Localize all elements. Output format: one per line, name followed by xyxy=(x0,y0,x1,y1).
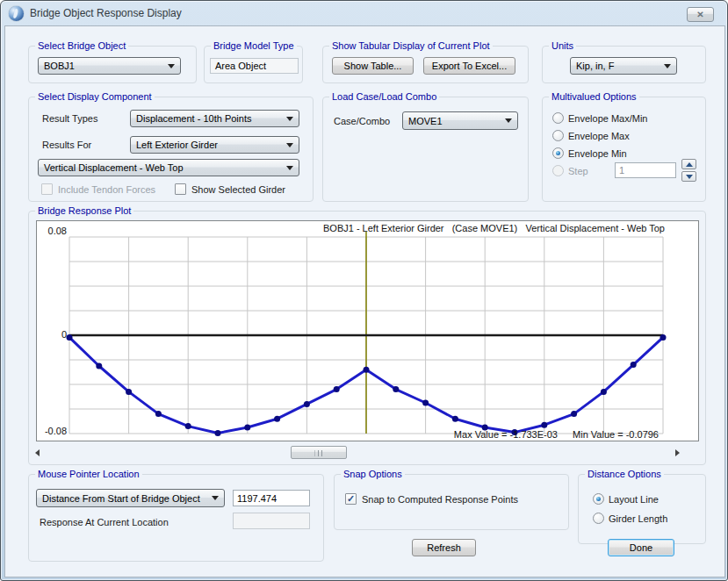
group-mouse-pointer-location: Mouse Pointer Location Distance From Sta… xyxy=(28,474,324,562)
component-combo-value: Vertical Displacement - Web Top xyxy=(44,162,184,173)
radio-step-label: Step xyxy=(568,166,588,176)
group-tabular-display: Show Tabular Display of Current Plot Sho… xyxy=(322,46,529,83)
chevron-down-icon xyxy=(664,64,671,68)
show-table-button[interactable]: Show Table... xyxy=(332,57,414,75)
group-load-case: Load Case/Load Combo Case/Combo MOVE1 xyxy=(322,97,529,202)
pointer-mode-combo-value: Distance From Start of Bridge Object xyxy=(42,493,200,504)
response-at-location-value xyxy=(233,513,310,529)
chevron-down-icon xyxy=(212,496,219,500)
snap-checkbox-label: Snap to Computed Response Points xyxy=(362,494,518,505)
units-combo[interactable]: Kip, in, F xyxy=(570,57,677,75)
group-label: Show Tabular Display of Current Plot xyxy=(329,40,493,51)
group-label: Snap Options xyxy=(341,469,405,479)
group-label: Load Case/Load Combo xyxy=(329,91,439,102)
pointer-mode-combo[interactable]: Distance From Start of Bridge Object xyxy=(36,489,225,507)
plot-title: BOBJ1 - Left Exterior Girder (Case MOVE1… xyxy=(37,223,665,233)
case-combo-value: MOVE1 xyxy=(408,116,443,126)
radio-girder-length[interactable] xyxy=(593,513,604,524)
y-tick-bottom: -0.08 xyxy=(37,426,67,436)
radio-envelope-min[interactable] xyxy=(552,147,564,159)
results-for-combo[interactable]: Left Exterior Girder xyxy=(130,136,299,154)
results-for-label: Results For xyxy=(42,140,91,150)
snap-checkbox[interactable]: ✓ xyxy=(345,493,357,505)
group-label: Mouse Pointer Location xyxy=(35,469,142,479)
include-tendon-forces-label: Include Tendon Forces xyxy=(58,184,155,195)
chevron-down-icon xyxy=(286,143,293,147)
bridge-object-combo-value: BOBJ1 xyxy=(44,61,75,71)
bridge-object-combo[interactable]: BOBJ1 xyxy=(38,57,181,75)
plot-maxmin-readout: Max Value = -1.733E-03 Min Value = -0.07… xyxy=(454,429,659,440)
group-label: Select Display Component xyxy=(35,91,155,102)
group-label: Bridge Model Type xyxy=(211,40,297,51)
min-value-label: Min Value = -0.0796 xyxy=(573,429,659,440)
scroll-left-arrow[interactable] xyxy=(35,449,40,456)
max-value-label: Max Value = -1.733E-03 xyxy=(454,429,558,440)
case-combo-label: Case/Combo xyxy=(334,116,390,126)
radio-layout-line-label: Layout Line xyxy=(609,494,659,505)
group-distance-options: Distance Options Layout Line Girder Leng… xyxy=(578,474,706,544)
group-label: Units xyxy=(549,40,576,51)
export-to-excel-button[interactable]: Export To Excel... xyxy=(423,57,515,75)
scroll-right-arrow[interactable] xyxy=(675,449,680,456)
step-spin-up-button[interactable] xyxy=(681,159,696,169)
units-combo-value: Kip, in, F xyxy=(576,61,614,71)
case-combo[interactable]: MOVE1 xyxy=(402,111,518,130)
group-bridge-model-type: Bridge Model Type Area Object xyxy=(204,46,303,83)
response-at-location-label: Response At Current Location xyxy=(40,517,169,527)
radio-envelope-maxmin-label: Envelope Max/Min xyxy=(568,113,648,124)
group-bridge-response-plot: Bridge Response Plot BOBJ1 - Left Exteri… xyxy=(28,211,706,465)
group-units: Units Kip, in, F xyxy=(542,46,706,83)
component-combo[interactable]: Vertical Displacement - Web Top xyxy=(38,159,299,176)
group-label: Multivalued Options xyxy=(549,91,639,102)
results-for-combo-value: Left Exterior Girder xyxy=(136,140,218,150)
dialog-window: Bridge Object Response Display ✕ Select … xyxy=(0,0,728,581)
arrow-up-icon xyxy=(686,162,693,167)
app-icon xyxy=(9,6,24,21)
group-label: Bridge Response Plot xyxy=(35,205,133,216)
radio-envelope-maxmin[interactable] xyxy=(552,112,564,124)
title-bar[interactable]: Bridge Object Response Display ✕ xyxy=(1,1,727,25)
dialog-client-area: Select Bridge Object BOBJ1 Bridge Model … xyxy=(4,25,725,577)
show-selected-girder-label: Show Selected Girder xyxy=(191,184,285,195)
group-snap-options: Snap Options ✓ Snap to Computed Response… xyxy=(334,474,569,530)
response-plot-svg xyxy=(37,221,700,442)
group-multivalued-options: Multivalued Options Envelope Max/Min Env… xyxy=(542,97,706,202)
chevron-down-icon xyxy=(286,166,293,170)
y-tick-zero: 0 xyxy=(37,329,67,340)
radio-step[interactable] xyxy=(552,165,564,176)
bridge-model-type-value: Area Object xyxy=(210,58,299,74)
group-select-display-component: Select Display Component Result Types Di… xyxy=(28,97,314,202)
refresh-button[interactable]: Refresh xyxy=(412,539,476,556)
distance-input[interactable] xyxy=(233,490,310,506)
step-input[interactable] xyxy=(615,162,676,178)
window-title: Bridge Object Response Display xyxy=(30,7,182,19)
include-tendon-forces-checkbox[interactable] xyxy=(41,183,53,195)
result-types-combo-value: Displacement - 10th Points xyxy=(136,113,251,124)
radio-envelope-max-label: Envelope Max xyxy=(568,131,630,141)
close-button[interactable]: ✕ xyxy=(687,7,714,22)
chevron-down-icon xyxy=(286,117,293,121)
arrow-down-icon xyxy=(686,175,693,179)
step-spin-down-button[interactable] xyxy=(681,171,696,182)
result-types-label: Result Types xyxy=(42,113,97,124)
radio-envelope-min-label: Envelope Min xyxy=(568,148,627,159)
group-label: Select Bridge Object xyxy=(35,40,128,51)
done-button[interactable]: Done xyxy=(608,539,674,556)
show-selected-girder-checkbox[interactable] xyxy=(175,183,186,195)
radio-girder-length-label: Girder Length xyxy=(609,513,667,524)
chevron-down-icon xyxy=(505,118,512,123)
y-tick-top: 0.08 xyxy=(37,226,67,236)
radio-envelope-max[interactable] xyxy=(552,130,564,141)
group-label: Distance Options xyxy=(585,469,664,479)
grip-icon xyxy=(315,450,323,456)
scrollbar-thumb[interactable] xyxy=(291,446,347,459)
radio-layout-line[interactable] xyxy=(593,493,604,505)
chevron-down-icon xyxy=(168,64,175,68)
group-select-bridge-object: Select Bridge Object BOBJ1 xyxy=(28,46,197,83)
result-types-combo[interactable]: Displacement - 10th Points xyxy=(130,110,299,127)
response-plot-panel[interactable]: BOBJ1 - Left Exterior Girder (Case MOVE1… xyxy=(36,220,699,441)
